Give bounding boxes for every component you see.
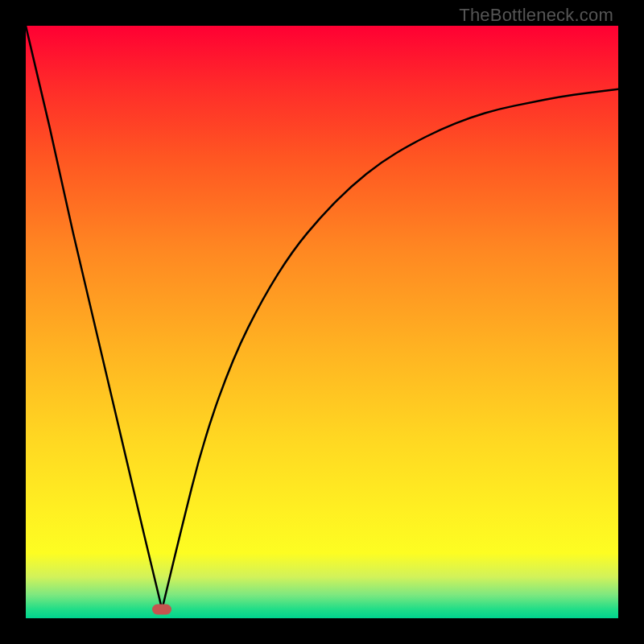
chart-frame: TheBottleneck.com bbox=[0, 0, 644, 644]
watermark-text: TheBottleneck.com bbox=[459, 5, 613, 26]
bottleneck-curve bbox=[26, 26, 618, 618]
plot-area bbox=[26, 26, 618, 618]
